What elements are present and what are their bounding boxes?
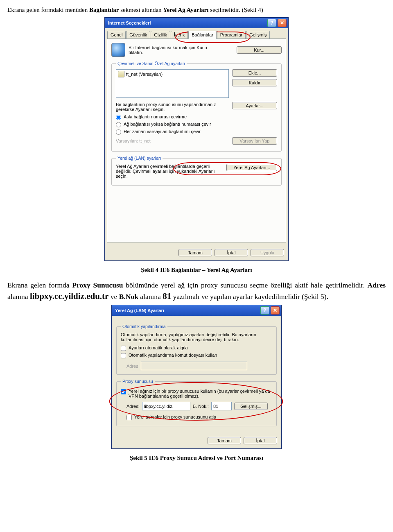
radio-dial-when-no-net[interactable] xyxy=(116,122,121,127)
tab-security[interactable]: Güvenlik xyxy=(126,31,150,39)
close-button-2[interactable]: ✕ xyxy=(271,306,280,315)
tab-panel: Bir Internet bağlantısı kurmak için Kur'… xyxy=(107,38,286,242)
dialup-listbox[interactable]: tt_net (Varsayılan) xyxy=(116,69,229,98)
remove-button[interactable]: Kaldır xyxy=(232,79,277,86)
tab-advanced[interactable]: Gelişmiş xyxy=(246,31,270,39)
group-auto-config: Otomatik yapılandırma Otomatik yapılandı… xyxy=(116,324,277,375)
dialog-title: Internet Seçenekleri xyxy=(108,20,266,25)
setup-button[interactable]: Kur... xyxy=(237,46,282,54)
chk-bypass-local[interactable] xyxy=(126,415,132,420)
group-lan-legend: Yerel ağ (LAN) ayarları xyxy=(116,156,163,161)
intro-paragraph: Ekrana gelen formdaki menüden Bağlantıla… xyxy=(7,6,386,14)
ok-button-2[interactable]: Tamam xyxy=(208,437,241,444)
group-dialup-legend: Çevirmeli ve Sanal Özel Ağ ayarları xyxy=(116,61,187,66)
internet-options-dialog: Internet Seçenekleri ? ✕ Genel Güvenlik … xyxy=(104,17,289,261)
group-proxy-server: Proxy sunucusu Yerel ağınız için bir pro… xyxy=(116,379,277,426)
advanced-button[interactable]: Gelişmiş... xyxy=(234,403,268,410)
chk-auto-detect[interactable] xyxy=(121,346,126,351)
chk-auto-script[interactable] xyxy=(121,353,126,358)
titlebar-2: Yerel Ağ (LAN) Ayarları ? ✕ xyxy=(112,305,281,316)
tab-connections[interactable]: Bağlantılar xyxy=(188,31,217,39)
figure4-caption: Şekil 4 IE6 Bağlantılar – Yerel Ağ Ayarl… xyxy=(7,267,386,274)
tab-general[interactable]: Genel xyxy=(107,31,126,39)
cancel-button[interactable]: İptal xyxy=(215,249,248,256)
add-button[interactable]: Ekle... xyxy=(232,69,277,77)
help-button-2[interactable]: ? xyxy=(260,306,269,315)
proxy-port-label: B. Nok.: xyxy=(193,404,209,409)
chk-auto-script-label: Otomatik yapılandırma komut dosyası kull… xyxy=(129,353,217,358)
auto-address-input xyxy=(141,362,247,370)
radio-never-dial[interactable] xyxy=(116,115,121,120)
titlebar: Internet Seçenekleri ? ✕ xyxy=(105,18,288,28)
dialog2-title: Yerel Ağ (LAN) Ayarları xyxy=(115,308,259,313)
close-button[interactable]: ✕ xyxy=(278,19,287,27)
lan-settings-button[interactable]: Yerel Ağ Ayarları... xyxy=(226,164,277,171)
globe-icon xyxy=(111,43,125,57)
chk-bypass-label: Yerel adresler için proxy sunucusunu atl… xyxy=(134,414,216,419)
dialup-item[interactable]: tt_net (Varsayılan) xyxy=(117,70,228,78)
apply-button: Uygula xyxy=(251,249,284,256)
proxy-port-input[interactable] xyxy=(211,402,232,410)
chk-use-proxy[interactable] xyxy=(121,389,126,394)
group-auto-legend: Otomatik yapılandırma xyxy=(121,324,167,329)
chk-use-proxy-label: Yerel ağınız için bir proxy sunucusu kul… xyxy=(129,389,272,398)
cancel-button-2[interactable]: İptal xyxy=(244,437,277,444)
radio-always-dial[interactable] xyxy=(116,129,121,135)
paragraph-2: Ekrana gelen formda Proxy Sunucusu bölüm… xyxy=(7,280,386,302)
radio-always-dial-label: Her zaman varsayılan bağlantımı çevir xyxy=(124,129,201,134)
tab-content[interactable]: İçerik xyxy=(171,31,188,39)
figure5-caption: Şekil 5 IE6 Proxy Sunucu Adresi ve Port … xyxy=(7,455,386,462)
settings-button[interactable]: Ayarlar... xyxy=(232,102,277,109)
help-button[interactable]: ? xyxy=(267,19,276,27)
radio-dial-when-no-net-label: Ağ bağlantısı yoksa bağlantı numarası çe… xyxy=(124,122,211,127)
dialog2-buttons: Tamam İptal xyxy=(112,433,281,448)
dialog-buttons: Tamam İptal Uygula xyxy=(105,245,288,260)
proxy-address-input[interactable] xyxy=(142,402,190,410)
tab-privacy[interactable]: Gizlilik xyxy=(151,31,170,39)
dialup-item-label: tt_net (Varsayılan) xyxy=(126,72,163,77)
chk-auto-detect-label: Ayarları otomatik olarak algıla xyxy=(129,345,188,350)
auto-note: Otomatik yapılandırma, yaptığınız ayarla… xyxy=(121,332,272,342)
address-label-auto: Adres xyxy=(126,364,138,369)
tab-programs[interactable]: Programlar xyxy=(217,31,246,39)
group-lan: Yerel ağ (LAN) ayarları Yerel Ağ Ayarlar… xyxy=(111,156,282,186)
group-dialup: Çevirmeli ve Sanal Özel Ağ ayarları tt_n… xyxy=(111,61,282,152)
ok-button[interactable]: Tamam xyxy=(178,249,212,256)
lan-settings-dialog: Yerel Ağ (LAN) Ayarları ? ✕ Otomatik yap… xyxy=(111,305,282,449)
tabs: Genel Güvenlik Gizlilik İçerik Bağlantıl… xyxy=(105,28,288,39)
lan-note: Yerel Ağ Ayarları çevirmeli bağlantılard… xyxy=(116,164,220,179)
setup-text: Bir Internet bağlantısı kurmak için Kur'… xyxy=(129,45,215,55)
radio-never-dial-label: Asla bağlantı numarası çevirme xyxy=(124,114,187,119)
set-default-button: Varsayılan Yap xyxy=(232,137,277,145)
default-conn-label: Varsayılan: tt_net xyxy=(116,138,151,143)
proxy-address-label: Adres: xyxy=(126,404,140,409)
proxy-note: Bir bağlantının proxy sunucusunu yapılan… xyxy=(116,102,226,112)
connection-icon xyxy=(118,71,124,77)
group-proxy-legend: Proxy sunucusu xyxy=(121,379,155,384)
